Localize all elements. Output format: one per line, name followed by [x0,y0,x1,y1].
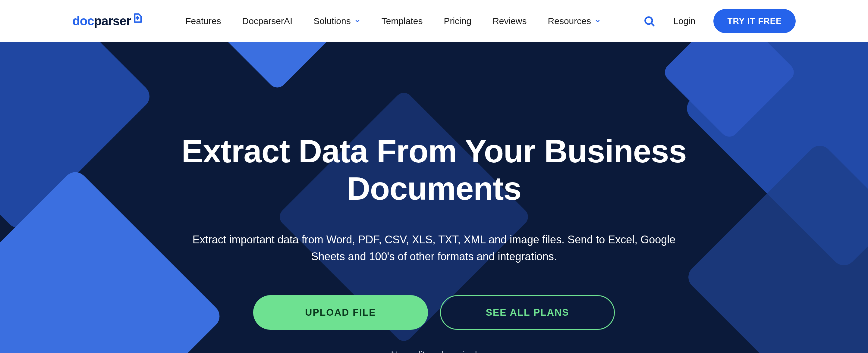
see-plans-button[interactable]: SEE ALL PLANS [440,295,615,330]
nav-item-pricing[interactable]: Pricing [444,16,471,26]
login-link[interactable]: Login [673,16,695,26]
logo-text-doc: doc [72,14,94,28]
hero-subtitle: Extract important data from Word, PDF, C… [178,231,690,265]
nav-label: Solutions [313,16,350,26]
site-header: docparser Features DocparserAI Solutions… [0,0,868,42]
hero-section: Extract Data From Your Business Document… [0,42,868,353]
chevron-down-icon [595,18,601,24]
nav-label: Templates [381,16,423,26]
nav-item-resources[interactable]: Resources [548,16,601,26]
nav-item-reviews[interactable]: Reviews [493,16,527,26]
nav-item-features[interactable]: Features [185,16,221,26]
primary-nav: Features DocparserAI Solutions Templates… [185,16,601,26]
search-icon[interactable] [643,15,655,27]
nav-label: Features [185,16,221,26]
upload-file-button[interactable]: UPLOAD FILE [253,295,428,330]
hero-note: No credit card required [391,350,477,353]
nav-label: Reviews [493,16,527,26]
header-actions: Login TRY IT FREE [643,9,796,33]
nav-label: Resources [548,16,591,26]
nav-item-templates[interactable]: Templates [381,16,423,26]
hero-title: Extract Data From Your Business Document… [163,132,705,207]
nav-label: DocparserAI [242,16,293,26]
logo-text-parser: parser [94,14,131,28]
hero-button-group: UPLOAD FILE SEE ALL PLANS [253,295,615,330]
logo-icon [132,12,143,27]
chevron-down-icon [354,18,361,24]
brand-logo[interactable]: docparser [72,14,143,28]
nav-item-solutions[interactable]: Solutions [313,16,360,26]
svg-line-1 [652,24,654,26]
try-free-button[interactable]: TRY IT FREE [713,9,796,33]
nav-label: Pricing [444,16,471,26]
nav-item-docparserai[interactable]: DocparserAI [242,16,293,26]
hero-content: Extract Data From Your Business Document… [0,42,868,353]
